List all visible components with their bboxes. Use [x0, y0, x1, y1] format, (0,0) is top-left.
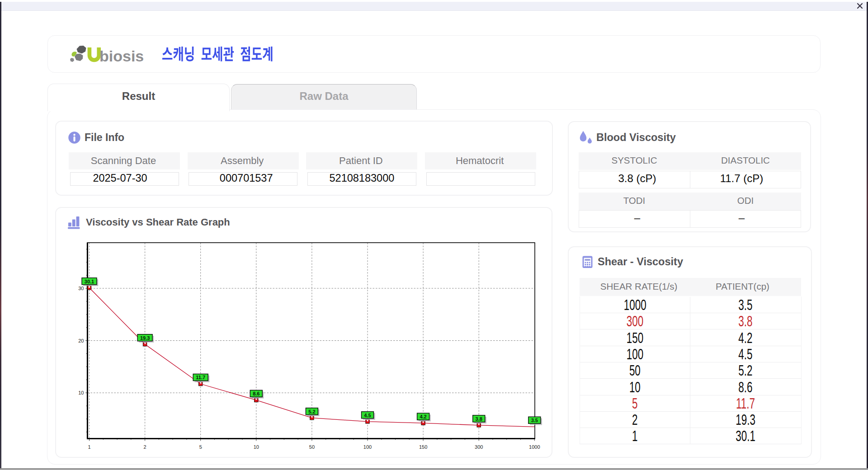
svg-text:11.7: 11.7 — [196, 375, 205, 380]
svg-text:4.2: 4.2 — [420, 414, 426, 419]
svg-text:100: 100 — [363, 444, 372, 450]
svg-text:10: 10 — [78, 390, 84, 395]
svg-text:30.1: 30.1 — [85, 279, 94, 284]
svg-text:4.5: 4.5 — [364, 413, 371, 418]
svg-text:1000: 1000 — [529, 444, 540, 450]
svg-text:5: 5 — [199, 444, 202, 450]
svg-text:3.5: 3.5 — [531, 418, 538, 423]
svg-text:3.8: 3.8 — [476, 416, 482, 422]
svg-text:2: 2 — [144, 444, 146, 450]
svg-text:150: 150 — [419, 444, 427, 450]
svg-text:50: 50 — [309, 444, 315, 450]
svg-text:19.3: 19.3 — [140, 335, 150, 341]
svg-text:1: 1 — [88, 444, 90, 450]
svg-text:300: 300 — [475, 444, 483, 450]
svg-text:30: 30 — [78, 286, 84, 291]
svg-text:5.2: 5.2 — [308, 409, 315, 414]
svg-text:8.6: 8.6 — [253, 391, 259, 396]
svg-text:20: 20 — [78, 338, 84, 343]
svg-text:10: 10 — [254, 444, 259, 450]
